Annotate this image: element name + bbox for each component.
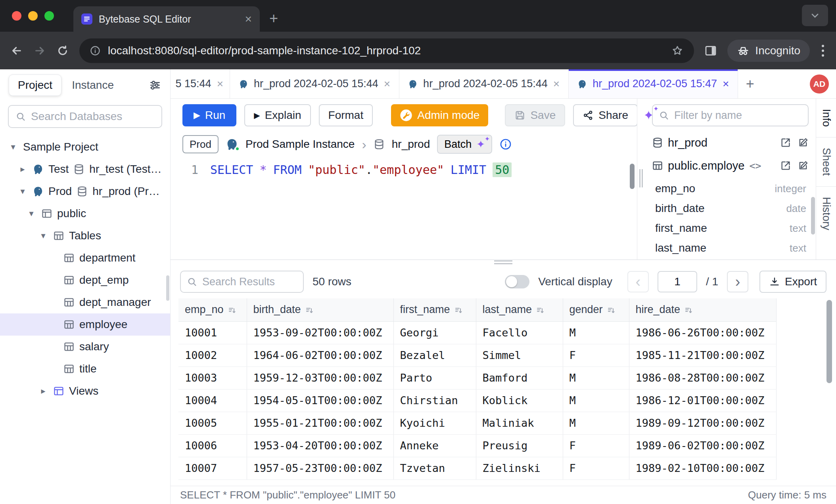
previous-page-button[interactable]: ‹ [627, 271, 649, 292]
table-row[interactable]: 10007 1957-05-23T00:00:00Z Tzvetan Zieli… [178, 457, 776, 479]
search-databases-input[interactable] [31, 110, 155, 123]
tree-item-views-group[interactable]: ▸ Views [0, 380, 170, 402]
close-window-button[interactable] [12, 11, 21, 21]
zoom-window-button[interactable] [44, 11, 54, 21]
panel-resize-handle[interactable] [639, 169, 643, 187]
share-button[interactable]: Share [573, 104, 638, 126]
filter-by-name[interactable] [652, 104, 809, 126]
tab-search-button[interactable] [802, 5, 828, 26]
sidebar-item-dept-manager[interactable]: dept_manager [0, 291, 170, 313]
panel-database-row[interactable]: hr_prod [652, 131, 809, 154]
new-tab-button[interactable]: + [269, 10, 278, 27]
edit-icon[interactable] [798, 137, 809, 148]
sidebar-item-employee[interactable]: employee [0, 313, 170, 336]
chevron-right-icon[interactable]: ▸ [38, 386, 48, 396]
vertical-display-toggle[interactable] [505, 275, 529, 288]
tab-history[interactable]: History [816, 187, 836, 241]
minimize-window-button[interactable] [28, 11, 38, 21]
results-search[interactable] [180, 271, 304, 293]
sidebar-item-title[interactable]: title [0, 358, 170, 380]
query-tab-4-active[interactable]: hr_prod 2024-02-05 15:47 × [569, 69, 738, 98]
tree-item-prod[interactable]: ▾ Prod hr_prod (Pr… [0, 180, 170, 202]
column-row[interactable]: emp_no integer [652, 179, 809, 199]
format-button[interactable]: Format [319, 104, 373, 126]
column-header[interactable]: birth_date [247, 298, 393, 321]
panel-divider[interactable] [637, 99, 645, 260]
panel-table-row[interactable]: public.employe <> [652, 154, 809, 177]
browser-menu-button[interactable] [820, 43, 826, 58]
sidebar-item-salary[interactable]: salary [0, 336, 170, 358]
sidebar-item-dept-emp[interactable]: dept_emp [0, 269, 170, 291]
column-header[interactable]: last_name [476, 298, 563, 321]
table-row[interactable]: 10006 1953-04-20T00:00:00Z Anneke Preusi… [178, 434, 776, 457]
sort-icon[interactable] [454, 306, 464, 315]
tree-item-test[interactable]: ▸ Test hr_test (Test… [0, 158, 170, 180]
chevron-down-icon[interactable]: ▾ [17, 186, 28, 197]
chevron-down-icon[interactable]: ▾ [8, 142, 18, 152]
back-button[interactable] [10, 44, 23, 57]
tree-item-tables-group[interactable]: ▾ Tables [0, 225, 170, 247]
close-tab-icon[interactable]: × [245, 13, 252, 25]
column-row[interactable]: last_name text [652, 238, 809, 258]
sidebar-item-department[interactable]: department [0, 247, 170, 269]
results-scrollbar[interactable] [826, 300, 832, 383]
edit-icon[interactable] [798, 160, 809, 171]
external-link-icon[interactable] [780, 137, 791, 148]
forward-button[interactable] [33, 44, 46, 57]
column-row[interactable]: first_name text [652, 218, 809, 238]
external-link-icon[interactable] [780, 160, 791, 171]
database-search[interactable] [8, 105, 162, 128]
tree-item-project[interactable]: ▾ Sample Project [0, 136, 170, 158]
batch-button[interactable]: Batch ✦✦ [437, 135, 492, 154]
sort-icon[interactable] [228, 306, 237, 315]
sort-icon[interactable] [536, 306, 545, 315]
column-row[interactable]: birth_date date [652, 199, 809, 218]
browser-tab[interactable]: Bytebase SQL Editor × [73, 6, 260, 32]
sql-editor[interactable]: 1 SELECT*FROM"public"."employee"LIMIT50 [171, 157, 637, 260]
chevron-down-icon[interactable]: ▾ [26, 208, 36, 219]
export-button[interactable]: Export [759, 271, 826, 293]
tab-sheet[interactable]: Sheet [816, 137, 836, 187]
table-row[interactable]: 10005 1955-01-21T00:00:00Z Kyoichi Malin… [178, 412, 776, 434]
search-results-input[interactable] [202, 276, 297, 288]
tab-project[interactable]: Project [9, 74, 61, 96]
horizontal-splitter[interactable] [171, 260, 836, 265]
instance-name[interactable]: Prod Sample Instance [245, 138, 355, 151]
table-row[interactable]: 10001 1953-09-02T00:00:00Z Georgi Facell… [178, 321, 776, 344]
code-icon[interactable]: <> [749, 160, 761, 172]
close-icon[interactable]: × [217, 78, 223, 90]
sort-icon[interactable] [684, 306, 694, 315]
sidebar-resize-handle[interactable] [166, 275, 169, 301]
tab-info[interactable]: Info [816, 99, 836, 137]
table-row[interactable]: 10003 1959-12-03T00:00:00Z Parto Bamford… [178, 367, 776, 389]
sort-icon[interactable] [607, 306, 616, 315]
side-panel-button[interactable] [704, 44, 717, 57]
admin-mode-button[interactable]: Admin mode [391, 104, 488, 126]
column-header[interactable]: gender [563, 298, 629, 321]
splitter-handle[interactable] [494, 260, 512, 264]
editor-scrollbar[interactable] [630, 164, 635, 189]
table-row[interactable]: 10004 1954-05-01T00:00:00Z Chirstian Kob… [178, 389, 776, 412]
filter-sliders-icon[interactable] [149, 79, 161, 92]
table-row[interactable]: 10002 1964-06-02T00:00:00Z Bezalel Simme… [178, 344, 776, 367]
column-header[interactable]: emp_no [178, 298, 247, 321]
chevron-right-icon[interactable]: ▸ [17, 164, 28, 174]
sort-icon[interactable] [305, 306, 314, 315]
query-tab-1[interactable]: 5 15:44 × [171, 69, 230, 98]
column-header[interactable]: first_name [393, 298, 476, 321]
filter-by-name-input[interactable] [674, 109, 802, 122]
close-icon[interactable]: × [553, 78, 560, 90]
reload-button[interactable] [56, 44, 69, 57]
next-page-button[interactable]: › [727, 271, 748, 292]
run-button[interactable]: ▶ Run [182, 104, 236, 126]
close-icon[interactable]: × [723, 78, 729, 90]
tab-instance[interactable]: Instance [72, 79, 114, 92]
explain-button[interactable]: ▶ Explain [244, 104, 311, 126]
query-tab-2[interactable]: hr_prod 2024-02-05 15:44 × [230, 69, 399, 98]
panel-scrollbar[interactable] [811, 197, 815, 235]
column-header[interactable]: hire_date [629, 298, 776, 321]
bookmark-star-icon[interactable] [671, 44, 684, 57]
address-bar[interactable]: localhost:8080/sql-editor/prod-sample-in… [79, 38, 694, 63]
chevron-down-icon[interactable]: ▾ [38, 231, 48, 241]
info-icon[interactable] [499, 138, 512, 151]
